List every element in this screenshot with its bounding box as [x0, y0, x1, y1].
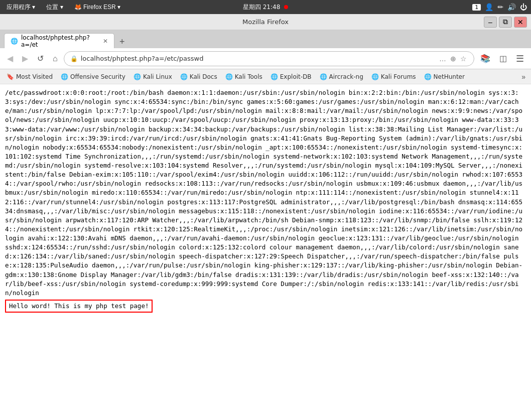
bookmark-exploit-db[interactable]: 🌐 Exploit-DB [267, 72, 315, 82]
bookmark-kali-docs[interactable]: 🌐 Kali Docs [177, 72, 221, 82]
workspace-badge[interactable]: 1 [472, 4, 481, 11]
titlebar-controls: – ⧉ ✕ [484, 17, 527, 28]
system-clock: 星期四 21:48 [243, 3, 288, 12]
bookmark-label: Offensive Security [70, 73, 125, 80]
titlebar: Mozilla Firefox – ⧉ ✕ [0, 14, 531, 30]
bookmark-aircrack[interactable]: 🌐 Aircrack-ng [316, 72, 367, 82]
restore-button[interactable]: ⧉ [499, 17, 512, 28]
bookmark-star-button[interactable]: ☆ [459, 54, 468, 64]
page-text: /etc/passwdroot:x:0:0:root:/root:/bin/ba… [5, 89, 522, 297]
url-more-button[interactable]: … [438, 54, 447, 64]
minimize-icon: – [488, 18, 492, 26]
tab-bar: 🌐 localhost/phptest.php?a=/et ✕ + [0, 30, 531, 48]
hamburger-menu[interactable]: ☰ [513, 51, 527, 66]
bookmarks-overflow-button[interactable]: » [519, 71, 528, 82]
hello-message: Hello word! This is my php test page! [5, 300, 153, 313]
network-icon[interactable]: ✏️ [497, 3, 503, 11]
bookmarks-bar: 🔖 Most Visited 🌐 Offensive Security 🌐 Ka… [0, 69, 531, 84]
volume-icon[interactable]: 🔊 [507, 3, 516, 11]
bookmark-icon-exploit: 🌐 [271, 73, 278, 80]
apps-label: 应用程序 [7, 4, 31, 11]
bookmark-most-visited[interactable]: 🔖 Most Visited [3, 72, 56, 82]
bookmark-label: Kali Linux [143, 73, 172, 80]
reload-button[interactable]: ↺ [34, 52, 47, 65]
bookmark-label: Aircrack-ng [329, 73, 363, 80]
bookmark-icon-forums: 🌐 [371, 73, 379, 80]
system-bar-left: 应用程序 ▾ 位置 ▾ 🦊 Firefox ESR ▾ [4, 2, 466, 13]
pocket-button[interactable]: ⊕ [449, 54, 457, 64]
home-button[interactable]: ⌂ [50, 52, 61, 65]
users-icon[interactable]: 👤 [485, 3, 493, 11]
apps-menu[interactable]: 应用程序 ▾ [4, 2, 38, 13]
library-button[interactable]: 📚 [477, 52, 493, 65]
minimize-button[interactable]: – [484, 17, 497, 28]
bookmark-label: Kali Forums [381, 73, 416, 80]
lock-icon: 🔒 [70, 55, 78, 62]
tab-label: localhost/phptest.php?a=/et [21, 34, 100, 48]
bookmark-icon-tools: 🌐 [225, 73, 233, 80]
bookmark-icon-nethunter: 🌐 [424, 73, 432, 80]
window-title: Mozilla Firefox [242, 18, 289, 26]
places-menu[interactable]: 位置 ▾ [44, 2, 65, 13]
bookmark-label: Exploit-DB [280, 73, 312, 80]
url-box[interactable]: 🔒 localhost/phptest.php?a=/etc/passwd … … [64, 51, 474, 66]
back-button[interactable]: ◀ [4, 52, 16, 65]
close-icon: ✕ [517, 18, 523, 26]
tab-active[interactable]: 🌐 localhost/phptest.php?a=/et ✕ [4, 33, 114, 48]
forward-button[interactable]: ▶ [19, 52, 31, 65]
bookmark-icon-docs: 🌐 [180, 73, 188, 80]
sidebar-button[interactable]: ◫ [496, 52, 510, 65]
bookmark-icon-kali: 🌐 [134, 73, 141, 80]
bookmark-nethunter[interactable]: 🌐 NetHunter [421, 72, 468, 82]
restore-icon: ⧉ [503, 18, 508, 26]
bookmark-icon-offensive: 🌐 [61, 73, 68, 80]
bookmark-icon-most-visited: 🔖 [7, 73, 14, 80]
system-bar-right: 1 👤 ✏️ 🔊 ⏻ [472, 3, 527, 11]
browser-label: Firefox ESR [83, 4, 116, 11]
record-indicator [284, 5, 288, 9]
bookmark-kali-forums[interactable]: 🌐 Kali Forums [368, 72, 420, 82]
places-label: 位置 [46, 4, 58, 11]
power-icon[interactable]: ⏻ [520, 3, 527, 11]
bookmark-kali-tools[interactable]: 🌐 Kali Tools [222, 72, 266, 82]
url-actions: … ⊕ ☆ [438, 54, 468, 64]
system-bar: 应用程序 ▾ 位置 ▾ 🦊 Firefox ESR ▾ 星期四 21:48 1 … [0, 0, 531, 14]
url-text: localhost/phptest.php?a=/etc/passwd [81, 55, 435, 62]
bookmark-icon-aircrack: 🌐 [320, 73, 327, 80]
bookmark-label: Most Visited [16, 73, 53, 80]
page-content: /etc/passwdroot:x:0:0:root:/root:/bin/ba… [0, 84, 531, 420]
bookmark-label: NetHunter [434, 73, 465, 80]
bookmark-label: Kali Docs [190, 73, 217, 80]
bookmark-label: Kali Tools [235, 73, 262, 80]
address-bar: ◀ ▶ ↺ ⌂ 🔒 localhost/phptest.php?a=/etc/p… [0, 48, 531, 69]
bookmark-kali-linux[interactable]: 🌐 Kali Linux [130, 72, 176, 82]
bookmark-offensive-security[interactable]: 🌐 Offensive Security [57, 72, 129, 82]
browser-menu[interactable]: 🦊 Firefox ESR ▾ [72, 3, 123, 12]
new-tab-button[interactable]: + [116, 37, 128, 47]
tab-close-button[interactable]: ✕ [103, 38, 108, 45]
time-display: 星期四 21:48 [243, 4, 280, 11]
tab-favicon: 🌐 [11, 38, 18, 45]
close-button[interactable]: ✕ [514, 17, 527, 28]
